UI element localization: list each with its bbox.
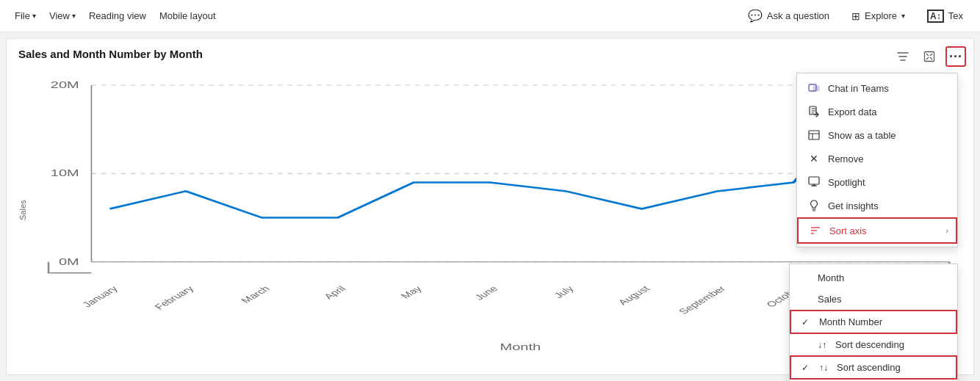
lightbulb-icon <box>807 199 821 212</box>
sub-item-month-label: Month <box>818 272 844 283</box>
ctx-spotlight[interactable]: Spotlight <box>797 170 957 194</box>
ctx-spotlight-label: Spotlight <box>828 177 865 188</box>
topbar: File ▾ View ▾ Reading view Mobile layout… <box>0 0 980 32</box>
month-number-check-icon: ✓ <box>801 317 813 327</box>
svg-text:10M: 10M <box>51 168 79 178</box>
text-icon: A↕ <box>927 10 944 23</box>
svg-rect-26 <box>809 131 819 139</box>
ctx-chat-teams[interactable]: Chat in Teams <box>797 76 957 100</box>
explore-chevron-icon: ▾ <box>901 12 905 20</box>
spotlight-icon <box>807 175 821 189</box>
ask-question-label: Ask a question <box>767 10 829 21</box>
file-chevron-icon: ▾ <box>32 12 36 20</box>
ctx-sort-axis[interactable]: Sort axis › <box>797 217 957 244</box>
svg-text:20M: 20M <box>51 80 79 90</box>
text-btn[interactable]: A↕ Tex <box>919 5 971 27</box>
chart-title: Sales and Month Number by Month <box>18 48 962 60</box>
sub-item-sort-desc[interactable]: ↓↑ Sort descending <box>790 334 957 355</box>
svg-rect-29 <box>809 177 819 184</box>
month-check-icon <box>800 273 812 283</box>
ctx-get-insights[interactable]: Get insights <box>797 194 957 217</box>
file-menu[interactable]: File ▾ <box>9 7 42 24</box>
topbar-left: File ▾ View ▾ Reading view Mobile layout <box>9 7 737 24</box>
svg-text:February: February <box>152 285 196 311</box>
svg-text:June: June <box>472 284 501 301</box>
sub-item-sales[interactable]: Sales <box>790 289 957 310</box>
sort-axis-icon <box>809 224 822 237</box>
teams-icon <box>807 81 821 95</box>
explore-icon: ⊞ <box>851 10 860 22</box>
ctx-sort-axis-label: Sort axis <box>829 225 867 236</box>
view-label: View <box>49 10 70 21</box>
context-menu: Chat in Teams Export data Show as a tabl… <box>796 73 958 247</box>
sort-desc-check-icon <box>800 340 812 350</box>
svg-rect-23 <box>813 86 819 91</box>
sub-item-month-number-label: Month Number <box>819 316 882 327</box>
reading-view-label: Reading view <box>89 10 146 21</box>
y-axis-label: Sales <box>18 63 27 358</box>
mobile-layout-btn[interactable]: Mobile layout <box>154 7 222 24</box>
ctx-remove-label: Remove <box>828 153 863 164</box>
svg-text:0M: 0M <box>59 257 79 266</box>
svg-text:July: July <box>552 285 577 300</box>
ask-question-icon: 💬 <box>748 9 763 23</box>
sub-item-sort-desc-label: Sort descending <box>835 339 904 350</box>
ctx-remove[interactable]: ✕ Remove <box>797 147 957 170</box>
sort-axis-arrow-icon: › <box>945 226 948 235</box>
sort-asc-icon: ↑↓ <box>819 363 828 373</box>
svg-text:May: May <box>398 285 424 300</box>
view-chevron-icon: ▾ <box>72 12 76 20</box>
more-dots-icon: ··· <box>949 49 962 65</box>
ctx-get-insights-label: Get insights <box>828 200 879 211</box>
svg-text:August: August <box>616 285 652 307</box>
svg-text:April: April <box>322 285 348 301</box>
ctx-chat-teams-label: Chat in Teams <box>828 83 889 94</box>
main-area: Sales and Month Number by Month ··· Sale… <box>0 32 980 381</box>
sales-check-icon <box>800 294 812 305</box>
ask-question-btn[interactable]: 💬 Ask a question <box>740 4 837 27</box>
reading-view-btn[interactable]: Reading view <box>83 7 152 24</box>
sub-item-month[interactable]: Month <box>790 267 957 289</box>
export-icon <box>807 105 821 118</box>
x-icon: ✕ <box>807 152 821 165</box>
explore-label: Explore <box>865 10 897 21</box>
mobile-layout-label: Mobile layout <box>159 10 216 21</box>
sub-item-sort-asc-label: Sort ascending <box>837 362 901 373</box>
svg-text:January: January <box>80 285 120 309</box>
sub-item-sales-label: Sales <box>818 294 842 305</box>
file-label: File <box>15 10 30 21</box>
sort-desc-icon: ↓↑ <box>818 340 826 350</box>
svg-text:September: September <box>677 284 729 316</box>
ctx-export-data[interactable]: Export data <box>797 100 957 123</box>
explore-btn[interactable]: ⊞ Explore ▾ <box>843 6 913 26</box>
topbar-right: 💬 Ask a question ⊞ Explore ▾ A↕ Tex <box>740 4 971 27</box>
ctx-export-label: Export data <box>828 106 877 117</box>
table-icon <box>807 128 821 142</box>
view-menu[interactable]: View ▾ <box>43 7 82 24</box>
svg-text:March: March <box>239 285 273 305</box>
sub-menu-panel: Month Sales ✓ Month Number ↓↑ Sort desce… <box>789 264 958 381</box>
sub-item-sort-asc[interactable]: ✓ ↑↓ Sort ascending <box>790 355 957 380</box>
ctx-show-table[interactable]: Show as a table <box>797 123 957 147</box>
svg-rect-0 <box>925 52 934 62</box>
sort-asc-check-icon: ✓ <box>801 363 813 373</box>
ctx-show-table-label: Show as a table <box>828 130 896 141</box>
sub-item-month-number[interactable]: ✓ Month Number <box>790 310 957 334</box>
svg-text:Month: Month <box>500 342 541 352</box>
text-label: Tex <box>948 10 963 21</box>
